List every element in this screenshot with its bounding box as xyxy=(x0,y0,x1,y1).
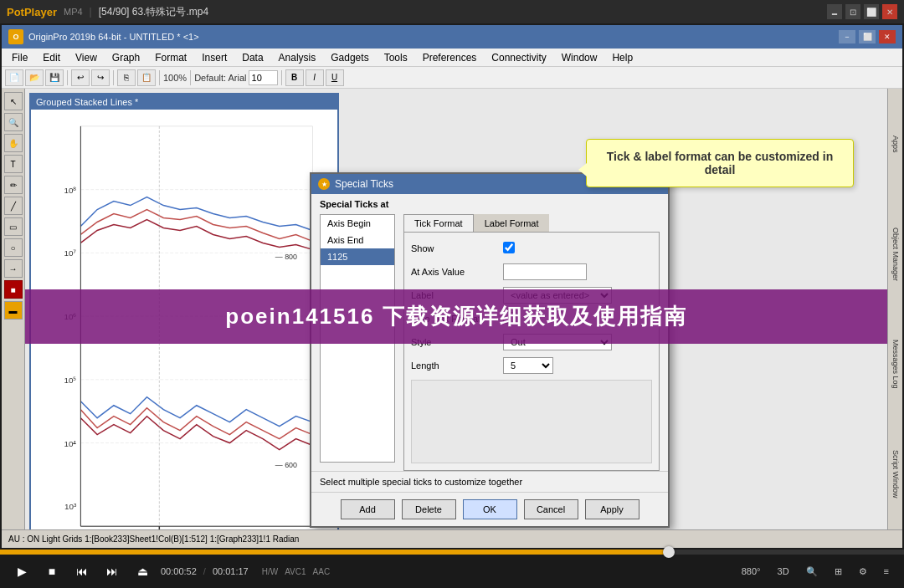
sidebar-rect-btn[interactable]: ▭ xyxy=(4,217,23,236)
toolbar-underline[interactable]: U xyxy=(326,69,344,86)
menu-edit[interactable]: Edit xyxy=(36,50,67,65)
apply-button[interactable]: Apply xyxy=(585,499,639,519)
video-title: [54/90] 63.特殊记号.mp4 xyxy=(99,5,820,19)
menu-preferences[interactable]: Preferences xyxy=(416,50,484,65)
font-size-input[interactable] xyxy=(249,70,278,85)
sidebar-pointer-btn[interactable]: ↖ xyxy=(4,92,23,110)
tick-list-item-1125[interactable]: 1125 xyxy=(321,248,394,265)
potplayer-logo: PotPlayer xyxy=(7,6,57,18)
menu-analysis[interactable]: Analysis xyxy=(272,50,323,65)
toolbar-save[interactable]: 💾 xyxy=(45,69,64,86)
maximize-btn[interactable]: ⬜ xyxy=(864,4,879,19)
toolbar-copy[interactable]: ⎘ xyxy=(117,69,136,86)
menu-connectivity[interactable]: Connectivity xyxy=(485,50,552,65)
toolbar-sep-2 xyxy=(113,70,114,85)
toolbar-sep-5 xyxy=(281,70,282,85)
menu-more-btn[interactable]: ≡ xyxy=(879,565,894,578)
toolbar: 📄 📂 💾 ↩ ↪ ⎘ 📋 100% Default: Arial B I U xyxy=(2,67,902,89)
add-button[interactable]: Add xyxy=(341,499,395,519)
prev-btn[interactable]: ⏮ xyxy=(70,560,94,583)
length-label: Length xyxy=(411,360,503,371)
tab-tick-format[interactable]: Tick Format xyxy=(403,214,474,232)
right-panels: Apps Object Manager Messages Log Script … xyxy=(887,89,902,529)
sidebar-zoom-btn[interactable]: 🔍 xyxy=(4,113,23,131)
apps-label[interactable]: Apps xyxy=(888,89,902,199)
svg-text:135: 135 xyxy=(244,528,257,529)
tick-list-item-end[interactable]: Axis End xyxy=(321,232,394,248)
settings-btn[interactable]: ⚙ xyxy=(854,565,872,579)
seek-bar[interactable] xyxy=(0,550,904,555)
cancel-button[interactable]: Cancel xyxy=(524,499,578,519)
eject-btn[interactable]: ⏏ xyxy=(131,560,154,583)
object-manager-label[interactable]: Object Manager xyxy=(888,199,902,309)
sidebar-color-btn[interactable]: ■ xyxy=(4,280,23,299)
format-codec: AVC1 xyxy=(285,567,306,576)
origin-minimize[interactable]: − xyxy=(839,30,855,43)
show-checkbox[interactable] xyxy=(503,242,515,253)
sidebar-pan-btn[interactable]: ✋ xyxy=(4,134,23,152)
toolbar-sep-4 xyxy=(190,70,191,85)
special-ticks-dialog: ★ Special Ticks Special Ticks at Axis Be… xyxy=(310,172,670,528)
seek-fill xyxy=(0,550,669,555)
origin-title: OriginPro 2019b 64-bit - UNTITLED * <1> xyxy=(28,32,834,42)
toolbar-italic[interactable]: I xyxy=(306,69,324,86)
pip-btn[interactable]: ⊞ xyxy=(830,565,847,579)
menu-format[interactable]: Format xyxy=(148,50,193,65)
status-info: AU : ON Light Grids 1:[Book233]Sheet1!Co… xyxy=(8,534,896,544)
tick-list-item-begin[interactable]: Axis Begin xyxy=(321,215,394,232)
menu-data[interactable]: Data xyxy=(235,50,270,65)
menu-window[interactable]: Window xyxy=(555,50,604,65)
play-btn[interactable]: ▶ xyxy=(10,560,33,583)
toolbar-undo[interactable]: ↩ xyxy=(71,69,90,86)
menu-graph[interactable]: Graph xyxy=(105,50,146,65)
sidebar-line-btn[interactable]: ╱ xyxy=(4,197,23,215)
window-controls[interactable]: 🗕 ⊡ ⬜ ✕ xyxy=(827,4,897,19)
close-btn[interactable]: ✕ xyxy=(882,4,897,19)
length-select[interactable]: 5 3 8 xyxy=(503,357,553,374)
next-btn[interactable]: ⏭ xyxy=(100,560,124,583)
dialog-buttons: Add Delete OK Cancel Apply xyxy=(311,492,668,526)
seek-thumb[interactable] xyxy=(663,546,675,558)
messages-label[interactable]: Messages Log xyxy=(888,309,902,420)
menu-help[interactable]: Help xyxy=(605,50,639,65)
toolbar-new[interactable]: 📄 xyxy=(5,69,23,86)
toolbar-bold[interactable]: B xyxy=(285,69,304,86)
graph-area: Grouped Stacked Lines * xyxy=(25,89,887,529)
toolbar-open[interactable]: 📂 xyxy=(25,69,44,86)
form-row-show: Show xyxy=(411,239,652,258)
sidebar-draw-btn[interactable]: ✏ xyxy=(4,176,23,194)
menu-file[interactable]: File xyxy=(5,50,34,65)
toolbar-paste[interactable]: 📋 xyxy=(137,69,156,86)
main-area: ↖ 🔍 ✋ T ✏ ╱ ▭ ○ → ■ ▬ Grouped Stacked Li… xyxy=(2,89,902,529)
delete-button[interactable]: Delete xyxy=(402,499,456,519)
script-label[interactable]: Script Window xyxy=(888,419,902,529)
menu-tools[interactable]: Tools xyxy=(378,50,414,65)
ok-button[interactable]: OK xyxy=(463,499,517,519)
sidebar-circle-btn[interactable]: ○ xyxy=(4,238,23,257)
zoom-btn[interactable]: 🔍 xyxy=(801,565,823,579)
banner-text: poein141516 下载资源详细获取及使用指南 xyxy=(225,302,686,331)
tab-label-format[interactable]: Label Format xyxy=(474,214,550,232)
svg-text:1200: 1200 xyxy=(197,528,213,529)
player-outer: PotPlayer MP4 | [54/90] 63.特殊记号.mp4 🗕 ⊡ … xyxy=(0,0,904,588)
minimize-btn[interactable]: 🗕 xyxy=(827,4,842,19)
rotate-btn[interactable]: 880° xyxy=(737,565,766,578)
stop-btn[interactable]: ■ xyxy=(40,560,64,583)
tab-content: Show At Axis Value 1125 xyxy=(403,233,660,471)
axis-value-control: 1125 xyxy=(503,263,652,280)
origin-close[interactable]: ✕ xyxy=(879,30,896,43)
axis-value-input[interactable]: 1125 xyxy=(503,263,587,280)
menu-view[interactable]: View xyxy=(69,50,104,65)
time-sep: / xyxy=(203,566,206,576)
sidebar-fill-btn[interactable]: ▬ xyxy=(4,301,23,320)
video-controls: ▶ ■ ⏮ ⏭ ⏏ 00:00:52 / 00:01:17 H/W AVC1 A… xyxy=(0,555,904,588)
sidebar-text-btn[interactable]: T xyxy=(4,155,23,173)
origin-restore[interactable]: ⬜ xyxy=(859,30,876,43)
menu-gadgets[interactable]: Gadgets xyxy=(324,50,375,65)
3d-btn[interactable]: 3D xyxy=(773,565,794,578)
taskbar-btn[interactable]: ⊡ xyxy=(845,4,860,19)
current-time: 00:00:52 xyxy=(161,566,197,576)
menu-insert[interactable]: Insert xyxy=(195,50,234,65)
toolbar-redo[interactable]: ↪ xyxy=(91,69,110,86)
sidebar-arrow-btn[interactable]: → xyxy=(4,259,23,278)
